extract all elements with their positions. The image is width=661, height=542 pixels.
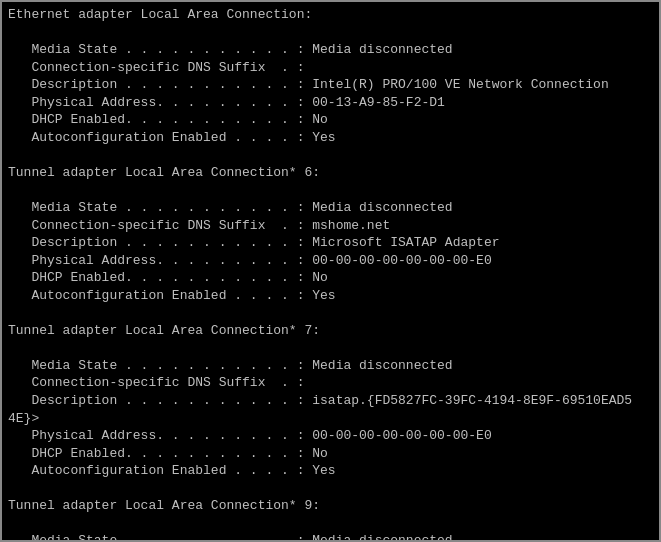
terminal-line: Tunnel adapter Local Area Connection* 7: [8,322,653,340]
terminal-window: Ethernet adapter Local Area Connection: … [0,0,661,542]
terminal-line: Physical Address. . . . . . . . . : 00-1… [8,94,653,112]
terminal-line: Autoconfiguration Enabled . . . . : Yes [8,129,653,147]
terminal-line [8,181,653,199]
terminal-line [8,304,653,322]
terminal-content[interactable]: Ethernet adapter Local Area Connection: … [2,2,659,540]
terminal-line: DHCP Enabled. . . . . . . . . . . : No [8,445,653,463]
terminal-line: Autoconfiguration Enabled . . . . : Yes [8,287,653,305]
terminal-line: Physical Address. . . . . . . . . : 00-0… [8,427,653,445]
terminal-line: Tunnel adapter Local Area Connection* 6: [8,164,653,182]
terminal-line: 4E}> [8,410,653,428]
terminal-line: Connection-specific DNS Suffix . : mshom… [8,217,653,235]
terminal-line [8,339,653,357]
terminal-line: DHCP Enabled. . . . . . . . . . . : No [8,111,653,129]
terminal-line: Media State . . . . . . . . . . . : Medi… [8,357,653,375]
terminal-line: Ethernet adapter Local Area Connection: [8,6,653,24]
terminal-line: Description . . . . . . . . . . . : Micr… [8,234,653,252]
terminal-line [8,480,653,498]
terminal-line [8,515,653,533]
terminal-line: Tunnel adapter Local Area Connection* 9: [8,497,653,515]
terminal-line: Connection-specific DNS Suffix . : [8,59,653,77]
terminal-line: Autoconfiguration Enabled . . . . : Yes [8,462,653,480]
terminal-line: Media State . . . . . . . . . . . : Medi… [8,532,653,540]
terminal-line: Media State . . . . . . . . . . . : Medi… [8,41,653,59]
terminal-line: Physical Address. . . . . . . . . : 00-0… [8,252,653,270]
terminal-line: DHCP Enabled. . . . . . . . . . . : No [8,269,653,287]
terminal-line: Description . . . . . . . . . . . : isat… [8,392,653,410]
terminal-line: Connection-specific DNS Suffix . : [8,374,653,392]
terminal-line: Media State . . . . . . . . . . . : Medi… [8,199,653,217]
terminal-line: Description . . . . . . . . . . . : Inte… [8,76,653,94]
terminal-line [8,146,653,164]
terminal-line [8,24,653,42]
